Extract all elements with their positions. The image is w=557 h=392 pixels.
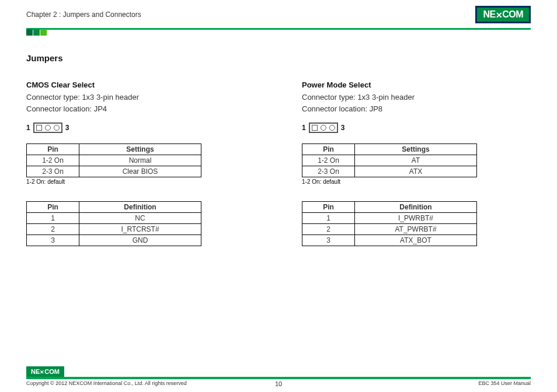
table-header-row: Pin Settings: [27, 144, 201, 155]
cmos-connector-diagram: 1 3: [26, 123, 255, 133]
page-number: 10: [275, 380, 282, 387]
col-definition: Definition: [79, 202, 201, 213]
col-settings: Settings: [355, 144, 477, 155]
cmos-conn-type: Connector type: 1x3 3-pin header: [26, 92, 255, 103]
power-definition-table: Pin Definition 1 I_PWRBT# 2 AT_PWRBT# 3 …: [302, 201, 477, 246]
table-row: 3 ATX_BOT: [302, 235, 477, 246]
decorative-squares: [26, 29, 557, 36]
cmos-title: CMOS Clear Select: [26, 80, 255, 89]
pin-3-label: 3: [65, 124, 69, 132]
section-heading: Jumpers: [26, 53, 531, 63]
pin-square-icon: [312, 125, 318, 131]
cmos-settings-table: Pin Settings 1-2 On Normal 2-3 On Clear …: [26, 144, 201, 177]
footer-rule: [26, 377, 531, 379]
pin-square-icon: [36, 125, 42, 131]
power-conn-type: Connector type: 1x3 3-pin header: [302, 92, 531, 103]
page-footer: NE✕COM Copyright © 2012 NEXCOM Internati…: [0, 366, 557, 386]
pin-1-label: 1: [302, 124, 306, 132]
col-settings: Settings: [79, 144, 201, 155]
chapter-title: Chapter 2 : Jumpers and Connectors: [26, 10, 141, 19]
footer-logo: NE✕COM: [26, 366, 64, 377]
copyright-text: Copyright © 2012 NEXCOM International Co…: [26, 380, 187, 386]
pin-3-label: 3: [341, 124, 345, 132]
cmos-note: 1-2 On: default: [26, 178, 255, 185]
table-row: 3 GND: [27, 235, 201, 246]
table-row: 1 I_PWRBT#: [302, 213, 477, 224]
pin-circle-icon: [54, 125, 60, 131]
doc-title: EBC 354 User Manual: [478, 380, 531, 386]
col-pin: Pin: [302, 144, 355, 155]
power-settings-table: Pin Settings 1-2 On AT 2-3 On ATX: [302, 144, 477, 177]
power-connector-diagram: 1 3: [302, 123, 531, 133]
power-title: Power Mode Select: [302, 80, 531, 89]
col-definition: Definition: [355, 202, 477, 213]
pin-circle-icon: [329, 125, 335, 131]
table-row: 1-2 On AT: [302, 155, 477, 166]
pin-circle-icon: [321, 125, 326, 131]
table-row: 1 NC: [27, 213, 201, 224]
table-row: 2 I_RTCRST#: [27, 224, 201, 235]
power-conn-loc: Connector location: JP8: [302, 103, 531, 115]
table-row: 2-3 On ATX: [302, 166, 477, 177]
table-row: 1-2 On Normal: [27, 155, 201, 166]
main-content: CMOS Clear Select Connector type: 1x3 3-…: [0, 63, 557, 246]
cmos-conn-loc: Connector location: JP4: [26, 103, 255, 115]
nexcom-logo: NE✕COM: [475, 6, 531, 23]
table-row: 2 AT_PWRBT#: [302, 224, 477, 235]
header-icon: [309, 123, 338, 133]
table-header-row: Pin Settings: [302, 144, 477, 155]
power-mode-section: Power Mode Select Connector type: 1x3 3-…: [302, 80, 531, 246]
pin-circle-icon: [45, 125, 51, 131]
table-row: 2-3 On Clear BIOS: [27, 166, 201, 177]
page-header: Chapter 2 : Jumpers and Connectors NE✕CO…: [0, 0, 557, 23]
col-pin: Pin: [27, 202, 79, 213]
col-pin: Pin: [302, 202, 355, 213]
power-note: 1-2 On: default: [302, 178, 531, 185]
pin-1-label: 1: [26, 124, 30, 132]
col-pin: Pin: [27, 144, 79, 155]
cmos-clear-section: CMOS Clear Select Connector type: 1x3 3-…: [26, 80, 255, 246]
footer-row: Copyright © 2012 NEXCOM International Co…: [26, 380, 531, 386]
table-header-row: Pin Definition: [302, 202, 477, 213]
cmos-definition-table: Pin Definition 1 NC 2 I_RTCRST# 3 GND: [26, 201, 201, 246]
header-icon: [33, 123, 62, 133]
table-header-row: Pin Definition: [27, 202, 201, 213]
